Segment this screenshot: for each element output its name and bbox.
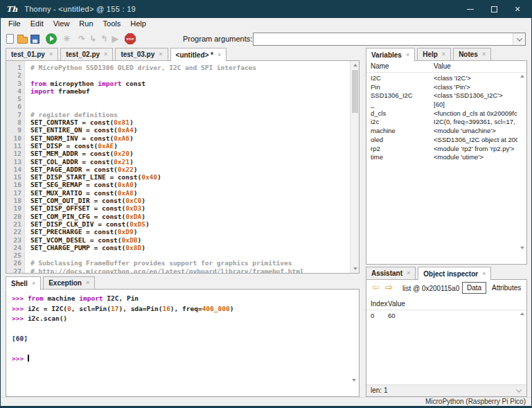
code-line-20[interactable]: 20SET_COM_PIN_CFG = const(0xDA) <box>6 213 349 220</box>
editor-scrollbar[interactable] <box>350 61 359 273</box>
inspector-scroll-up-icon[interactable] <box>520 301 524 313</box>
variable-row-0[interactable]: I2C<class 'I2C'> <box>366 74 517 83</box>
data-view-toggle[interactable]: Data <box>462 282 486 294</box>
inspector-tab-object-inspector[interactable]: Object inspector× <box>418 267 491 281</box>
resume-button[interactable]: ▶ <box>109 33 121 45</box>
shell-line-1[interactable]: >>> from machine import I2C, Pin <box>12 294 233 304</box>
tab-close-icon[interactable]: × <box>406 52 409 58</box>
backend-selector[interactable]: MicroPython (Raspberry Pi Pico) <box>425 398 526 405</box>
close-button[interactable]: ✕ <box>506 0 529 18</box>
code-line-9[interactable]: 9SET_ENTIRE_ON = const(0xA4) <box>6 126 349 134</box>
shell-panel[interactable]: >>> from machine import I2C, Pin>>> i2c … <box>6 289 360 397</box>
shell-tab-shell[interactable]: Shell× <box>6 276 41 290</box>
code-line-4[interactable]: 4import framebuf <box>6 87 349 95</box>
save-button[interactable] <box>28 33 41 45</box>
code-line-16[interactable]: 16SET_SEG_REMAP = const(0xA0) <box>6 181 349 188</box>
menu-item-run[interactable]: Run <box>74 18 98 30</box>
editor-tab-test-01-py[interactable]: test_01.py× <box>6 48 58 61</box>
minimize-button[interactable] <box>459 0 482 18</box>
vars-scroll-up-icon[interactable] <box>520 63 524 76</box>
editor-tab-test-03-py[interactable]: test_03.py× <box>115 48 168 61</box>
code-line-2[interactable]: 2 <box>6 71 349 79</box>
code-line-1[interactable]: 1# MicroPython SSD1306 OLED driver, I2C … <box>6 64 349 71</box>
code-line-5[interactable]: 5 <box>6 95 349 103</box>
code-line-17[interactable]: 17SET_MUX_RATIO = const(0xA8) <box>6 189 349 197</box>
variable-row-8[interactable]: rp2<module 'rp2' from 'rp2.py'> <box>366 145 517 154</box>
code-line-19[interactable]: 19SET_DISP_OFFSET = const(0xD3) <box>6 204 349 212</box>
code-line-14[interactable]: 14SET_PAGE_ADDR = const(0x22) <box>6 166 349 173</box>
variable-row-4[interactable]: d_cls<function d_cls at 0x20009fc0> <box>366 109 517 118</box>
tab-close-icon[interactable]: × <box>159 51 162 57</box>
tab-close-icon[interactable]: × <box>442 51 445 57</box>
tab-close-icon[interactable]: × <box>482 271 486 277</box>
menu-item-file[interactable]: File <box>3 18 26 30</box>
program-arguments-dropdown-button[interactable] <box>513 33 525 45</box>
code-line-6[interactable]: 6 <box>6 103 349 110</box>
shell-line-3[interactable]: >>> i2c.scan() <box>12 314 233 324</box>
vars-tab-help[interactable]: Help× <box>417 48 451 61</box>
code-line-12[interactable]: 12SET_MEM_ADDR = const(0x20) <box>6 150 349 157</box>
inspector-row-0[interactable]: 060 <box>366 312 517 321</box>
shell-line-6[interactable] <box>12 344 233 355</box>
code-line-3[interactable]: 3from micropython import const <box>6 80 349 87</box>
shell-scroll-down-icon[interactable] <box>352 382 356 394</box>
code-line-23[interactable]: 23SET_VCOM_DESEL = const(0xDB) <box>6 236 349 244</box>
scrollbar-thumb[interactable] <box>352 70 358 113</box>
shell-line-2[interactable]: >>> i2c = I2C(0, scl=Pin(17), sda=Pin(16… <box>12 304 233 314</box>
vars-scroll-down-icon[interactable] <box>520 249 524 262</box>
code-line-15[interactable]: 15SET_DISP_START_LINE = const(0x40) <box>6 173 349 181</box>
inspector-tab-assistant[interactable]: Assistant× <box>366 267 416 280</box>
code-line-11[interactable]: 11SET_DISP = const(0xAE) <box>6 142 349 150</box>
code-line-8[interactable]: 8SET_CONTRAST = const(0x81) <box>6 118 349 126</box>
tab-close-icon[interactable]: × <box>482 51 486 57</box>
variable-row-5[interactable]: i2cI2C(0, freq=399361, scl=17, sda <box>366 118 517 127</box>
tab-close-icon[interactable]: × <box>32 281 35 287</box>
variable-row-1[interactable]: Pin<class 'Pin'> <box>366 83 517 92</box>
nav-back-button[interactable]: ⇦ <box>372 283 380 292</box>
code-line-7[interactable]: 7# register definitions <box>6 111 349 118</box>
variable-row-7[interactable]: oled<SSD1306_I2C object at 20008 <box>366 136 517 145</box>
code-editor[interactable]: 1# MicroPython SSD1306 OLED driver, I2C … <box>6 60 360 274</box>
menu-item-help[interactable]: Help <box>125 18 151 30</box>
code-line-27[interactable]: 27# http://docs.micropython.org/en/lates… <box>6 267 349 274</box>
editor-tab-test-02-py[interactable]: test_02.py× <box>60 48 113 61</box>
run-button[interactable] <box>45 33 57 45</box>
vars-tab-notes[interactable]: Notes× <box>453 48 491 61</box>
editor-tab-untitled[interactable]: <untitled> *× <box>170 48 227 62</box>
attributes-view-toggle[interactable]: Attributes <box>492 284 521 292</box>
tab-close-icon[interactable]: × <box>407 270 410 276</box>
tab-close-icon[interactable]: × <box>86 280 89 286</box>
code-line-25[interactable]: 25 <box>6 251 349 259</box>
tab-close-icon[interactable]: × <box>49 51 53 57</box>
chevron-down-icon[interactable] <box>516 387 522 392</box>
shell-tab-exception[interactable]: Exception× <box>43 276 95 290</box>
shell-line-5[interactable]: [60] <box>12 334 233 344</box>
stop-button[interactable]: STOP <box>124 33 136 45</box>
vars-tab-variables[interactable]: Variables× <box>366 48 415 62</box>
open-file-button[interactable] <box>16 33 28 45</box>
variable-row-6[interactable]: machine<module 'umachine'> <box>366 127 517 136</box>
code-line-10[interactable]: 10SET_NORM_INV = const(0xA6) <box>6 134 349 142</box>
new-file-button[interactable] <box>3 33 16 45</box>
shell-line-4[interactable] <box>12 324 233 335</box>
code-line-24[interactable]: 24SET_CHARGE_PUMP = const(0x8D) <box>6 244 349 251</box>
variable-row-3[interactable]: _[60] <box>366 100 517 109</box>
code-line-26[interactable]: 26# Subclassing FrameBuffer provides sup… <box>6 259 349 267</box>
code-line-18[interactable]: 18SET_COM_OUT_DIR = const(0xC0) <box>6 197 349 204</box>
shell-line-7[interactable]: >>> <box>12 354 233 364</box>
code-line-21[interactable]: 21SET_DISP_CLK_DIV = const(0xD5) <box>6 220 349 228</box>
menu-item-edit[interactable]: Edit <box>26 18 48 30</box>
tab-close-icon[interactable]: × <box>218 52 221 58</box>
debug-button[interactable]: ✳ <box>60 33 73 45</box>
scroll-up-button[interactable] <box>351 61 360 69</box>
menu-item-view[interactable]: View <box>48 18 75 30</box>
variable-row-9[interactable]: time<module 'utime'> <box>366 153 517 162</box>
nav-forward-button[interactable]: ⇨ <box>385 283 393 292</box>
code-line-22[interactable]: 22SET_PRECHARGE = const(0xD9) <box>6 228 349 236</box>
tab-close-icon[interactable]: × <box>104 51 107 57</box>
code-line-13[interactable]: 13SET_COL_ADDR = const(0x21) <box>6 158 349 166</box>
menu-item-tools[interactable]: Tools <box>98 18 126 30</box>
program-arguments-input[interactable] <box>255 34 511 44</box>
maximize-button[interactable] <box>482 0 506 18</box>
variable-row-2[interactable]: SSD1306_I2C<class 'SSD1306_I2C'> <box>366 91 517 100</box>
